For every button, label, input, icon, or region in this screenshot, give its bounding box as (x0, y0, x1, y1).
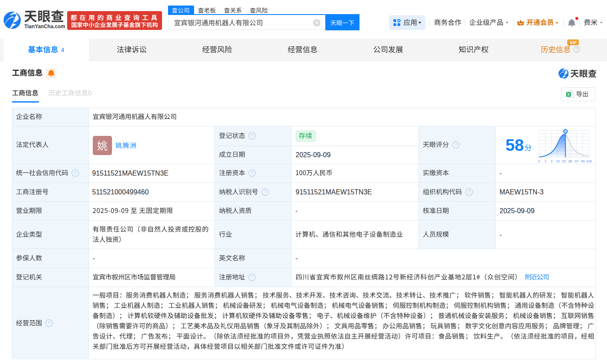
svg-text:0: 0 (538, 159, 540, 163)
svg-text:1: 1 (544, 159, 546, 163)
svg-text:85: 85 (569, 159, 572, 163)
svg-text:-: - (500, 170, 502, 177)
svg-text:91511521MAEW15TN3E: 91511521MAEW15TN3E (92, 170, 168, 177)
svg-text:TianYanCha.com: TianYanCha.com (24, 23, 65, 29)
svg-text:100: 100 (586, 159, 592, 163)
svg-text:?: ? (48, 320, 50, 326)
svg-text:-: - (93, 255, 95, 262)
svg-text:15: 15 (556, 159, 560, 163)
svg-text:97: 97 (575, 159, 578, 163)
svg-text:?: ? (454, 142, 457, 147)
svg-text:4: 4 (61, 47, 65, 53)
svg-text:91511521MAEW15TN3E: 91511521MAEW15TN3E (296, 188, 372, 196)
svg-text:511521000499460: 511521000499460 (92, 188, 149, 196)
svg-text:?: ? (575, 47, 578, 52)
svg-text:-: - (295, 207, 298, 214)
svg-text:58: 58 (506, 136, 524, 154)
svg-text:-: - (500, 231, 502, 238)
svg-text:?: ? (468, 189, 470, 194)
svg-text:2025-09-09: 2025-09-09 (500, 207, 535, 214)
svg-text:MAEW15TN-3: MAEW15TN-3 (500, 188, 544, 196)
svg-text:?: ? (251, 170, 253, 176)
svg-text:?: ? (251, 133, 253, 138)
svg-text:?: ? (251, 275, 253, 280)
svg-text:50: 50 (562, 159, 566, 163)
svg-text:99: 99 (581, 159, 585, 163)
svg-text:3: 3 (551, 159, 553, 163)
svg-text:?: ? (74, 170, 77, 176)
svg-text:?: ? (264, 189, 266, 194)
svg-text:VIP: VIP (570, 40, 577, 45)
svg-text:-: - (295, 255, 298, 262)
svg-text:2025-09-09: 2025-09-09 (296, 151, 331, 159)
